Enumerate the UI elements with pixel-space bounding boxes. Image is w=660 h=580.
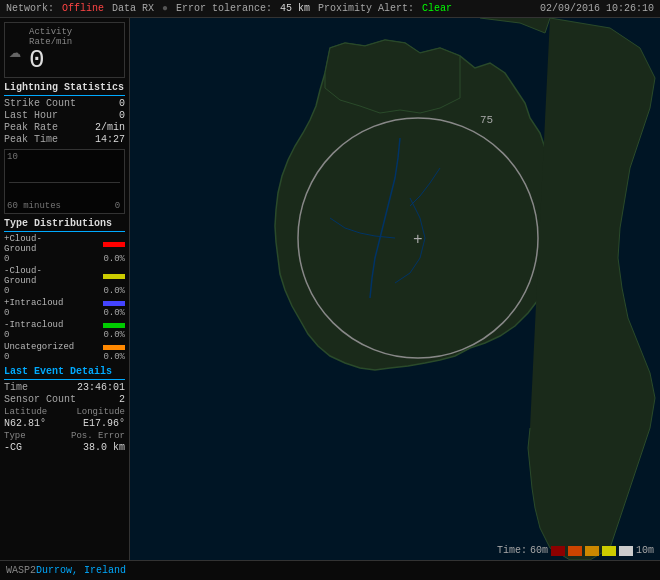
stat-label-0: Strike Count [4,98,76,109]
stats-divider [4,95,125,96]
type-label-2: +Intracloud [4,298,74,308]
stat-val-2: 2/min [95,122,125,133]
event-time-value: 23:46:01 [77,382,125,393]
map-area: 75 + Time: 60m 10m [130,18,660,560]
type-count-3: 0 [4,330,9,340]
activity-label: Activity [29,27,72,37]
coord-header-lon: Longitude [76,407,125,417]
type-row-0: +Cloud-Ground 0 0.0% [4,234,125,264]
event-longitude: E17.96° [83,418,125,429]
type-row-3: -Intracloud 0 0.0% [4,320,125,340]
type-pct-2: 0.0% [103,308,125,318]
coord-header-lat: Latitude [4,407,47,417]
lightning-stats-header: Lightning Statistics [4,82,125,93]
type-colorbar-2 [103,301,125,306]
time-legend-unit: 60m [530,545,548,556]
chart-y-label: 10 [7,152,18,162]
proximity-alert-label: Proximity Alert: [318,3,414,14]
time-box-2 [585,546,599,556]
chart-x-right: 0 [115,201,120,211]
network-label: Network: [6,3,54,14]
stat-row-1: Last Hour 0 [4,110,125,121]
stat-row-0: Strike Count 0 [4,98,125,109]
time-box-3 [602,546,616,556]
type-label-0: +Cloud-Ground [4,234,74,254]
type-pct-0: 0.0% [103,254,125,264]
data-rx-label: Data RX [112,3,154,14]
event-type-value: -CG [4,442,22,453]
event-type-label: Type [4,431,26,441]
svg-text:+: + [413,231,423,249]
stats-table: Strike Count 0 Last Hour 0 Peak Rate 2/m… [4,98,125,145]
left-panel: ☁ Activity Rate/min 0 Lightning Statisti… [0,18,130,580]
chart-x-label: 60 minutes [7,201,61,211]
type-count-1: 0 [4,286,9,296]
activity-box: ☁ Activity Rate/min 0 [4,22,125,78]
stat-label-3: Peak Time [4,134,58,145]
type-row-2: +Intracloud 0 0.0% [4,298,125,318]
map-svg: 75 + [130,18,660,560]
type-colorbar-3 [103,323,125,328]
time-box-4 [619,546,633,556]
time-legend-label: Time: [497,545,527,556]
type-colorbar-1 [103,274,125,279]
last-event-header: Last Event Details [4,366,125,377]
type-divider [4,231,125,232]
type-distributions: Type Distributions +Cloud-Ground 0 0.0% … [4,218,125,362]
time-box-1 [568,546,582,556]
type-dist-header: Type Distributions [4,218,125,229]
top-bar: Network: Offline Data RX ● Error toleran… [0,0,660,18]
type-pct-4: 0.0% [103,352,125,362]
type-label-1: -Cloud-Ground [4,266,74,286]
stat-label-1: Last Hour [4,110,58,121]
stat-val-3: 14:27 [95,134,125,145]
stat-row-2: Peak Rate 2/min [4,122,125,133]
type-count-4: 0 [4,352,9,362]
type-count-2: 0 [4,308,9,318]
chart-baseline [9,182,120,183]
event-divider [4,379,125,380]
wasp-location: Durrow, Ireland [36,565,126,576]
proximity-alert-value: Clear [422,3,452,14]
event-pos-error-value: 38.0 km [83,442,125,453]
type-colorbar-0 [103,242,125,247]
chart-area: 10 60 minutes 0 [4,149,125,214]
dot-indicator: ● [162,3,168,14]
type-count-0: 0 [4,254,9,264]
event-pos-error-label: Pos. Error [71,431,125,441]
svg-text:75: 75 [480,114,493,126]
stat-val-0: 0 [119,98,125,109]
event-sensor-value: 2 [119,394,125,405]
event-row-sensor: Sensor Count 2 [4,394,125,405]
time-legend: Time: 60m 10m [497,545,654,556]
datetime-display: 02/09/2016 10:26:10 [540,3,654,14]
event-latitude: N62.81° [4,418,46,429]
type-label-3: -Intracloud [4,320,74,330]
error-tolerance-value: 45 km [280,3,310,14]
type-pct-1: 0.0% [103,286,125,296]
wasp-bar: WASP2 Durrow, Ireland [0,560,660,580]
type-pct-3: 0.0% [103,330,125,340]
rate-value: 0 [29,47,45,73]
stat-label-2: Peak Rate [4,122,58,133]
type-label-4: Uncategorized [4,342,74,352]
cloud-icon: ☁ [9,38,21,63]
event-row-time: Time 23:46:01 [4,382,125,393]
stat-row-3: Peak Time 14:27 [4,134,125,145]
error-tolerance-label: Error tolerance: [176,3,272,14]
network-status: Offline [62,3,104,14]
time-box-0 [551,546,565,556]
stat-val-1: 0 [119,110,125,121]
last-event-section: Last Event Details Time 23:46:01 Sensor … [4,366,125,453]
wasp-id: WASP2 [6,565,36,576]
event-sensor-label: Sensor Count [4,394,76,405]
event-time-label: Time [4,382,28,393]
type-row-1: -Cloud-Ground 0 0.0% [4,266,125,296]
type-row-4: Uncategorized 0 0.0% [4,342,125,362]
time-legend-end: 10m [636,545,654,556]
type-colorbar-4 [103,345,125,350]
